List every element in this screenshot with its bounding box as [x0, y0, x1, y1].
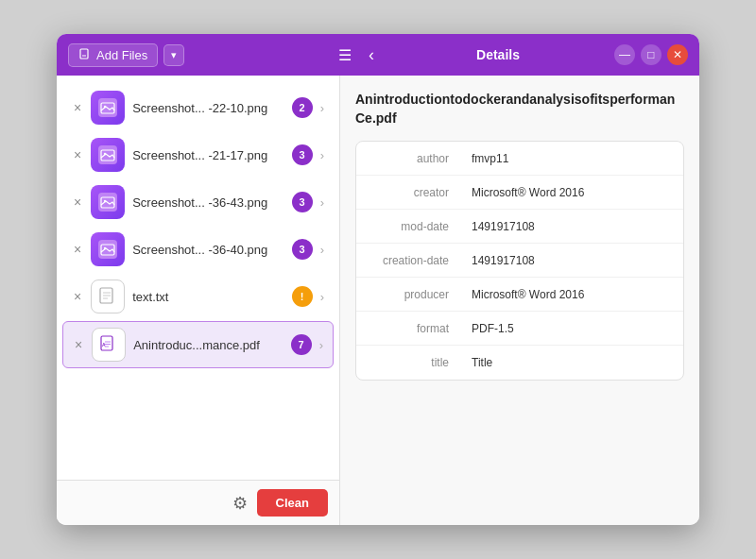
details-value: 1491917108 — [460, 246, 683, 275]
details-filename: Anintroductiontodockerandanalysisofitspe… — [355, 91, 684, 127]
png-icon — [98, 193, 117, 212]
remove-file-button[interactable]: × — [72, 242, 83, 257]
file-name-label: Screenshot... -36-40.png — [132, 243, 284, 257]
details-key: title — [356, 348, 460, 377]
remove-file-button[interactable]: × — [72, 147, 83, 162]
file-name-label: Screenshot... -22-10.png — [132, 101, 284, 115]
titlebar-right: ‹ Details — □ ✕ — [352, 44, 688, 65]
details-value: Microsoft® Word 2016 — [460, 280, 683, 309]
list-item[interactable]: × text.txt!› — [62, 274, 334, 319]
maximize-button[interactable]: □ — [641, 44, 662, 65]
details-panel-title: Details — [476, 47, 520, 62]
file-name-label: Anintroduc...mance.pdf — [133, 338, 283, 352]
details-key: author — [356, 144, 460, 173]
titlebar: Add Files ▾ ☰ ‹ Details — □ ✕ — [57, 34, 699, 76]
hamburger-icon[interactable]: ☰ — [338, 46, 352, 64]
chevron-right-icon: › — [320, 101, 324, 115]
file-badge: ! — [292, 286, 313, 307]
details-key: creator — [356, 178, 460, 207]
clean-button[interactable]: Clean — [257, 489, 328, 517]
content-area: × Screenshot... -22-10.png2›× Screenshot… — [57, 76, 699, 525]
details-key: creation-date — [356, 246, 460, 275]
file-name-label: Screenshot... -36-43.png — [132, 195, 284, 210]
file-badge: 7 — [291, 334, 312, 355]
details-row: creation-date1491917108 — [356, 244, 683, 278]
file-type-icon — [91, 91, 125, 125]
list-item[interactable]: × Screenshot... -21-17.png3› — [62, 132, 334, 178]
svg-rect-0 — [80, 49, 88, 59]
pdf-icon: A — [99, 335, 118, 354]
png-icon — [98, 240, 117, 259]
details-key: producer — [356, 280, 460, 309]
add-files-dropdown-button[interactable]: ▾ — [163, 44, 184, 66]
file-type-icon — [91, 138, 125, 172]
chevron-right-icon: › — [320, 290, 324, 304]
details-value: Title — [460, 348, 683, 377]
details-row: formatPDF-1.5 — [356, 312, 683, 346]
file-icon — [78, 48, 92, 61]
file-list: × Screenshot... -22-10.png2›× Screenshot… — [57, 76, 339, 480]
details-value: 1491917108 — [460, 212, 683, 241]
list-item[interactable]: × Screenshot... -22-10.png2› — [62, 85, 334, 130]
dropdown-arrow: ▾ — [171, 49, 177, 60]
bottom-bar: ⚙ Clean — [57, 480, 339, 525]
details-value: PDF-1.5 — [460, 314, 683, 343]
back-button[interactable]: ‹ — [361, 45, 382, 65]
chevron-right-icon: › — [320, 148, 324, 162]
chevron-right-icon: › — [319, 338, 323, 352]
settings-icon[interactable]: ⚙ — [232, 493, 248, 514]
list-item[interactable]: × Screenshot... -36-43.png3› — [62, 179, 334, 225]
window-controls: — □ ✕ — [614, 44, 688, 65]
remove-file-button[interactable]: × — [72, 100, 83, 115]
details-row: titleTitle — [356, 346, 683, 380]
close-button[interactable]: ✕ — [667, 44, 688, 65]
details-row: creatorMicrosoft® Word 2016 — [356, 176, 683, 210]
chevron-right-icon: › — [320, 243, 324, 257]
add-files-label: Add Files — [96, 48, 147, 62]
details-value: Microsoft® Word 2016 — [460, 178, 683, 207]
list-item[interactable]: × A Anintroduc...mance.pdf7› — [62, 321, 334, 368]
details-key: format — [356, 314, 460, 343]
remove-file-button[interactable]: × — [72, 289, 83, 304]
details-row: producerMicrosoft® Word 2016 — [356, 278, 683, 312]
chevron-right-icon: › — [320, 195, 324, 210]
file-badge: 2 — [292, 97, 313, 118]
list-item[interactable]: × Screenshot... -36-40.png3› — [62, 227, 334, 272]
file-badge: 3 — [292, 239, 313, 260]
png-icon — [98, 145, 117, 164]
file-type-icon — [91, 232, 125, 266]
remove-file-button[interactable]: × — [73, 337, 84, 352]
details-row: mod-date1491917108 — [356, 210, 683, 244]
file-badge: 3 — [292, 192, 313, 212]
png-icon — [98, 98, 117, 117]
file-type-icon — [91, 185, 125, 219]
titlebar-left: Add Files ▾ ☰ — [68, 43, 352, 67]
remove-file-button[interactable]: × — [72, 195, 83, 210]
details-row: authorfmvp11 — [356, 142, 683, 176]
details-panel: Anintroductiontodockerandanalysisofitspe… — [340, 76, 699, 525]
file-name-label: Screenshot... -21-17.png — [132, 148, 284, 162]
minimize-button[interactable]: — — [614, 44, 635, 65]
file-name-label: text.txt — [132, 290, 284, 304]
txt-icon — [98, 287, 117, 306]
main-window: Add Files ▾ ☰ ‹ Details — □ ✕ × — [57, 34, 699, 525]
details-value: fmvp11 — [460, 144, 683, 173]
file-type-icon — [91, 280, 125, 313]
details-table: authorfmvp11creatorMicrosoft® Word 2016m… — [355, 141, 684, 381]
file-badge: 3 — [292, 144, 313, 165]
file-list-panel: × Screenshot... -22-10.png2›× Screenshot… — [57, 76, 340, 525]
file-type-icon: A — [92, 328, 126, 362]
details-key: mod-date — [356, 212, 460, 241]
add-files-button[interactable]: Add Files — [68, 43, 158, 67]
